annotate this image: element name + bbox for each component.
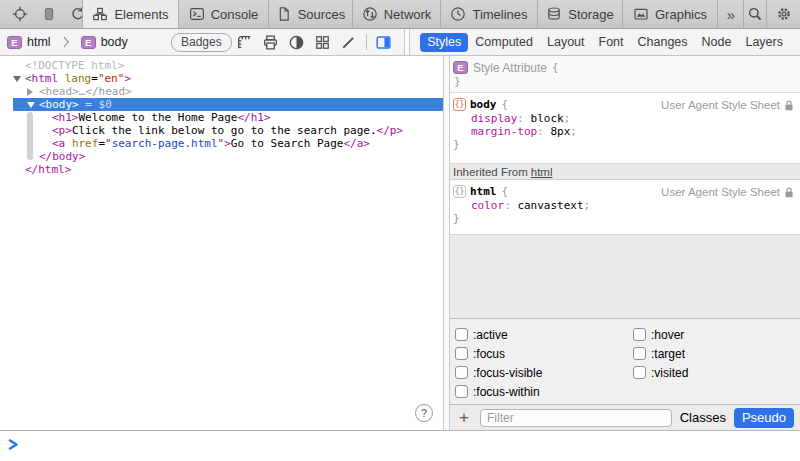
checkbox-unchecked[interactable] (455, 385, 468, 398)
print-styles-button[interactable] (258, 31, 284, 53)
timelines-icon (450, 6, 466, 22)
element-badge-icon: E (81, 36, 96, 49)
help-button[interactable]: ? (415, 404, 433, 422)
sidebar-tab-computed[interactable]: Computed (468, 33, 540, 52)
inspect-element-icon[interactable] (12, 6, 28, 23)
quick-console[interactable] (0, 430, 800, 461)
dom-tree-node[interactable]: <!DOCTYPE html> (0, 59, 443, 72)
pseudo-class-toggle-active[interactable]: :active (455, 325, 633, 344)
inherited-from-link[interactable]: html (531, 166, 553, 178)
search-button[interactable] (743, 0, 766, 28)
code-segment: </body> (39, 150, 85, 163)
code-segment: Click the link below to go to the search… (72, 124, 377, 137)
sidebar-tab-layers[interactable]: Layers (738, 33, 790, 52)
breadcrumb-item-body[interactable]: Ebody (81, 35, 128, 49)
css-rule-html: {}html{User Agent Style Sheetcolor: canv… (450, 180, 800, 235)
dom-tree-node[interactable]: <html lang="en"> (0, 72, 443, 85)
pseudo-column: :hover:target:visited (633, 325, 800, 404)
code-segment: Welcome to the Home Page (79, 111, 238, 124)
code-segment: "en" (98, 72, 125, 85)
sidebar-tab-font[interactable]: Font (592, 33, 631, 52)
grid-overlay-button[interactable] (310, 31, 336, 53)
checkbox-unchecked[interactable] (633, 328, 646, 341)
content-area: <!DOCTYPE html><html lang="en"><head>…</… (0, 56, 800, 430)
property-value: 8px (550, 125, 570, 138)
dom-tree-node[interactable]: <body> = $0 (13, 98, 443, 111)
filter-input[interactable] (480, 409, 672, 427)
css-property[interactable]: display: block; (453, 112, 797, 125)
rule-selector[interactable]: body (470, 98, 497, 111)
code-segment: = $0 (79, 98, 112, 111)
pseudo-button[interactable]: Pseudo (734, 408, 794, 428)
edit-element-button[interactable] (336, 31, 362, 53)
code-segment: <p> (52, 124, 72, 137)
disclosure-closed-icon[interactable] (27, 88, 33, 96)
checkbox-unchecked[interactable] (633, 347, 646, 360)
style-rule-icon: {} (453, 98, 466, 111)
pseudo-class-toggle-visited[interactable]: :visited (633, 363, 800, 382)
pseudo-class-toggle-focus-visible[interactable]: :focus-visible (455, 363, 633, 382)
breadcrumb-label: html (27, 35, 51, 49)
new-rule-button[interactable]: + (456, 409, 472, 426)
tab-elements[interactable]: Elements (82, 0, 178, 28)
pseudo-class-toggle-hover[interactable]: :hover (633, 325, 800, 344)
dom-tree-node[interactable]: <head>…</head> (0, 85, 443, 98)
details-sidebar-tabs: StylesComputedLayoutFontChangesNodeLayer… (410, 29, 800, 55)
dom-tree-node[interactable]: </html> (0, 163, 443, 176)
origin-text: User Agent Style Sheet (661, 99, 780, 111)
code-segment: > (224, 137, 231, 150)
device-settings-icon[interactable] (41, 6, 57, 23)
navigation-bar: EhtmlEbody Badges (0, 29, 800, 56)
style-attribute-section[interactable]: E Style Attribute { } (450, 56, 800, 93)
code-segment: <head>…</head> (39, 85, 132, 98)
breadcrumb-item-html[interactable]: Ehtml (7, 35, 51, 49)
checkbox-unchecked[interactable] (455, 366, 468, 379)
details-sidebar-toggle-button[interactable] (371, 31, 397, 53)
sidebar-tab-node[interactable]: Node (695, 33, 739, 52)
badges-button[interactable]: Badges (171, 33, 232, 52)
checkbox-unchecked[interactable] (455, 328, 468, 341)
pseudo-class-toggle-focus-within[interactable]: :focus-within (455, 382, 633, 401)
tab-network[interactable]: Network (352, 0, 440, 28)
more-tabs-button[interactable]: » (717, 0, 743, 28)
tab-console[interactable]: Console (178, 0, 268, 28)
pseudo-class-toggle-target[interactable]: :target (633, 344, 800, 363)
css-property[interactable]: color: canvastext; (453, 199, 797, 212)
classes-button[interactable]: Classes (680, 410, 726, 425)
panel-resizer[interactable] (443, 56, 450, 430)
printer-icon (262, 34, 279, 51)
breadcrumb: EhtmlEbody (7, 35, 128, 49)
dom-tree-node[interactable]: <a href="search-page.html">Go to Search … (0, 137, 443, 150)
property-value: canvastext (517, 199, 583, 212)
sidebar-tab-layout[interactable]: Layout (540, 33, 592, 52)
disclosure-open-icon[interactable] (27, 102, 35, 108)
dom-tree: <!DOCTYPE html><html lang="en"><head>…</… (0, 59, 443, 176)
sidebar-tab-styles[interactable]: Styles (420, 33, 468, 52)
dom-tree-node[interactable]: <p>Click the link below to go to the sea… (0, 124, 443, 137)
pseudo-class-toggle-focus[interactable]: :focus (455, 344, 633, 363)
settings-button[interactable] (766, 0, 800, 28)
rulers-button[interactable] (232, 31, 258, 53)
rule-selector[interactable]: html (470, 185, 497, 198)
close-brace: } (453, 75, 797, 88)
code-segment: Go to Search Page (231, 137, 344, 150)
dom-tree-node[interactable]: </body> (0, 150, 443, 163)
disclosure-open-icon[interactable] (13, 76, 21, 82)
appearance-toggle-button[interactable] (284, 31, 310, 53)
checkbox-unchecked[interactable] (633, 366, 646, 379)
checkbox-unchecked[interactable] (455, 347, 468, 360)
dom-tree-node[interactable]: <h1>Welcome to the Home Page</h1> (0, 111, 443, 124)
tab-label: Graphics (655, 7, 707, 22)
styles-empty-area (450, 235, 800, 318)
tab-graphics[interactable]: Graphics (622, 0, 717, 28)
breadcrumb-label: body (101, 35, 128, 49)
elements-icon (92, 6, 108, 22)
tab-sources[interactable]: Sources (268, 0, 352, 28)
tab-timelines[interactable]: Timelines (440, 0, 537, 28)
code-segment: = (91, 72, 98, 85)
toolbar-left-icons (0, 0, 82, 28)
css-property[interactable]: margin-top: 8px; (453, 125, 797, 138)
sidebar-tab-changes[interactable]: Changes (631, 33, 695, 52)
tab-storage[interactable]: Storage (537, 0, 622, 28)
code-segment: " (105, 137, 112, 150)
